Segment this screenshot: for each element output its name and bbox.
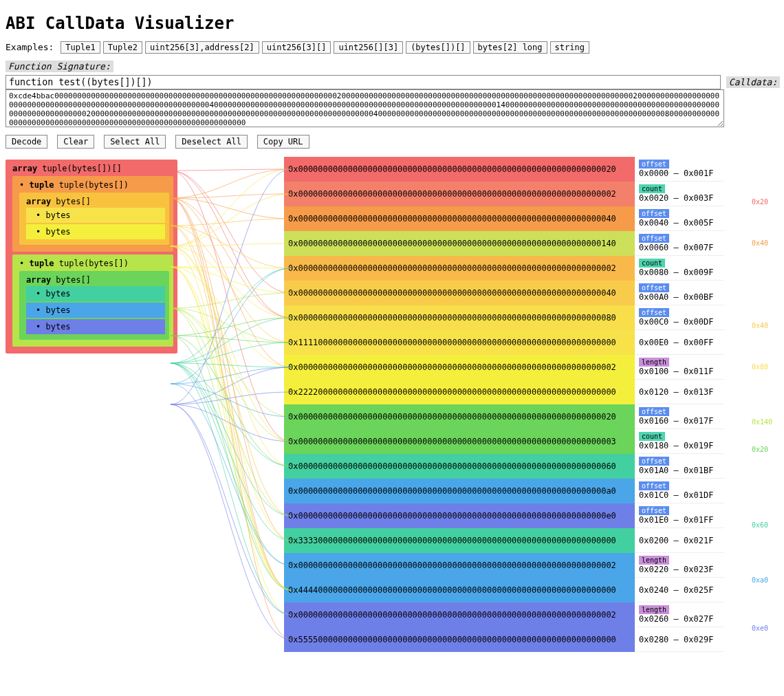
select-all-button[interactable]: Select All [104,135,166,149]
example-button-4[interactable]: uint256[][3] [334,41,403,54]
example-button-2[interactable]: uint256[3],address[2] [145,41,259,54]
word-tag-count: count [639,432,665,441]
word-row[interactable]: 0x00000000000000000000000000000000000000… [284,256,635,281]
word-tag-count: count [639,259,665,268]
word-tag-offset: offset [639,160,669,168]
tree-leaf-bytes-1-0[interactable]: bytes [26,286,165,301]
word-tag-offset: offset [639,457,669,466]
word-tag-offset: offset [639,506,669,515]
offset-row: offset0x00C0 — 0x00DF [635,305,724,330]
offset-row: offset0x01A0 — 0x01BF [635,454,724,479]
arrow-label: 0x140 [752,418,772,426]
words-column: 0x00000000000000000000000000000000000000… [284,157,635,652]
arrow-label: 0x20 [752,446,768,453]
arrow-label: 0xe0 [752,624,768,632]
offset-row: count0x0020 — 0x003F [635,182,724,206]
offset-row: length0x0260 — 0x027F [635,602,724,627]
word-row[interactable]: 0x33330000000000000000000000000000000000… [284,528,635,553]
word-tag-offset: offset [639,283,669,292]
word-row[interactable]: 0x00000000000000000000000000000000000000… [284,553,635,578]
decode-button[interactable]: Decode [6,135,47,149]
tree-node-tuple-1[interactable]: tuple tuple(bytes[]) array bytes[] bytes… [12,254,173,347]
word-row[interactable]: 0x22220000000000000000000000000000000000… [284,380,635,404]
offset-row: count0x0180 — 0x019F [635,429,724,454]
action-row: Decode Clear Select All Deselect All Cop… [6,135,784,149]
word-tag-offset: offset [639,234,669,243]
examples-row: Examples: Tuple1Tuple2uint256[3],address… [6,41,784,54]
word-row[interactable]: 0x00000000000000000000000000000000000000… [284,305,635,330]
offset-row: offset0x0040 — 0x005F [635,206,724,231]
offset-row: length0x0100 — 0x011F [635,355,724,380]
offset-row: 0x0200 — 0x021F [635,528,724,553]
arrow-label: 0x60 [752,521,768,529]
example-button-3[interactable]: uint256[3][] [262,41,331,54]
calldata-label: Calldata: [726,76,780,88]
page-title: ABI CallData Visualizer [6,14,784,33]
arrow-label: 0x40 [752,322,768,329]
example-button-1[interactable]: Tuple2 [103,41,142,54]
tree-leaf-bytes-1-2[interactable]: bytes [26,319,165,334]
offsets-column: offset0x0000 — 0x001Fcount0x0020 — 0x003… [635,157,724,652]
word-tag-length: length [639,358,669,367]
word-row[interactable]: 0x00000000000000000000000000000000000000… [284,503,635,528]
example-button-6[interactable]: bytes[2] long [473,41,547,54]
copy-url-button[interactable]: Copy URL [257,135,309,149]
word-row[interactable]: 0x00000000000000000000000000000000000000… [284,355,635,380]
calldata-textarea[interactable] [6,89,724,127]
tree-leaf-bytes-1-1[interactable]: bytes [26,303,165,318]
tree-leaf-bytes-0-0[interactable]: bytes [26,208,165,223]
offset-row: 0x0240 — 0x025F [635,578,724,602]
word-row[interactable]: 0x00000000000000000000000000000000000000… [284,182,635,206]
word-row[interactable]: 0x00000000000000000000000000000000000000… [284,479,635,503]
offset-row: 0x0120 — 0x013F [635,380,724,404]
signature-input[interactable] [6,75,721,89]
offset-row: offset0x01C0 — 0x01DF [635,479,724,503]
example-button-0[interactable]: Tuple1 [61,41,100,54]
word-row[interactable]: 0x00000000000000000000000000000000000000… [284,281,635,305]
offset-row: offset0x01E0 — 0x01FF [635,503,724,528]
clear-button[interactable]: Clear [57,135,94,149]
word-row[interactable]: 0x00000000000000000000000000000000000000… [284,429,635,454]
arrow-label: 0x40 [752,239,768,247]
tree-node-root[interactable]: array tuple(bytes[])[] tuple tuple(bytes… [6,160,177,354]
word-row[interactable]: 0x00000000000000000000000000000000000000… [284,231,635,256]
offset-row: offset0x00A0 — 0x00BF [635,281,724,305]
arrow-label: 0xa0 [752,576,768,584]
word-row[interactable]: 0x00000000000000000000000000000000000000… [284,602,635,627]
arrow-label: 0x20 [752,198,768,206]
offset-row: count0x0080 — 0x009F [635,256,724,281]
offset-row: offset0x0060 — 0x007F [635,231,724,256]
offset-row: offset0x0000 — 0x001F [635,157,724,182]
word-tag-offset: offset [639,209,669,218]
offset-row: 0x0280 — 0x029F [635,627,724,652]
example-button-7[interactable]: string [550,41,589,54]
word-tag-length: length [639,605,669,614]
tree-node-array-0[interactable]: array bytes[] bytes bytes [19,193,169,245]
word-row[interactable]: 0x55550000000000000000000000000000000000… [284,627,635,652]
tree-leaf-bytes-0-1[interactable]: bytes [26,224,165,239]
sig-label: Function Signature: [6,61,113,72]
offset-row: 0x00E0 — 0x00FF [635,330,724,355]
word-row[interactable]: 0x00000000000000000000000000000000000000… [284,454,635,479]
word-row[interactable]: 0x00000000000000000000000000000000000000… [284,404,635,429]
tree-node-tuple-0[interactable]: tuple tuple(bytes[]) array bytes[] bytes… [12,176,173,252]
word-tag-offset: offset [639,308,669,317]
deselect-all-button[interactable]: Deselect All [175,135,248,149]
tree-node-array-1[interactable]: array bytes[] bytes bytes bytes [19,271,169,340]
word-row[interactable]: 0x11110000000000000000000000000000000000… [284,330,635,355]
word-tag-offset: offset [639,481,669,490]
word-tag-offset: offset [639,407,669,416]
arrow-label: 0x80 [752,363,768,371]
examples-label: Examples: [6,42,54,52]
link-curves [171,157,291,652]
tree-column: array tuple(bytes[])[] tuple tuple(bytes… [6,157,177,356]
offset-row: offset0x0160 — 0x017F [635,404,724,429]
visualization: array tuple(bytes[])[] tuple tuple(bytes… [6,157,784,652]
word-tag-length: length [639,556,669,565]
word-row[interactable]: 0x00000000000000000000000000000000000000… [284,157,635,182]
example-button-5[interactable]: (bytes[])[] [406,41,470,54]
offset-row: length0x0220 — 0x023F [635,553,724,578]
word-tag-count: count [639,184,665,193]
word-row[interactable]: 0x00000000000000000000000000000000000000… [284,206,635,231]
word-row[interactable]: 0x44440000000000000000000000000000000000… [284,578,635,602]
